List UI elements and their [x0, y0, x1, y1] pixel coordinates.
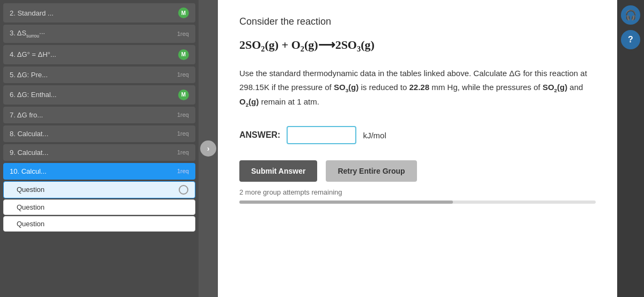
sidebar-sub-question-3-label: Question: [17, 220, 45, 228]
progress-bar: [239, 201, 453, 204]
sidebar-item-6-badge: M: [178, 90, 189, 100]
sidebar-item-7[interactable]: 7. ΔG fro... 1req: [3, 107, 195, 123]
headset-icon: 🎧: [625, 9, 636, 21]
button-row: Submit Answer Retry Entire Group: [239, 160, 596, 182]
sidebar-item-7-label: 7. ΔG fro...: [10, 111, 173, 119]
sidebar: 2. Standard ... M 3. ΔSsurrou··· 1req 4.…: [0, 0, 199, 297]
sidebar-item-9-badge: 1req: [177, 149, 189, 155]
sidebar-item-8-badge: 1req: [177, 130, 189, 137]
sidebar-item-8[interactable]: 8. Calculat... 1req: [3, 125, 195, 142]
next-arrow-button[interactable]: ›: [200, 140, 216, 157]
sidebar-item-3[interactable]: 3. ΔSsurrou··· 1req: [3, 25, 195, 43]
sidebar-item-9-label: 9. Calculat...: [10, 148, 173, 157]
sidebar-item-4[interactable]: 4. ΔG° = ΔH°... M: [3, 45, 195, 64]
sidebar-item-3-label: 3. ΔSsurrou···: [10, 29, 173, 39]
sidebar-item-10-badge: 1req: [177, 168, 189, 174]
sidebar-item-2[interactable]: 2. Standard ... M: [3, 3, 195, 23]
sidebar-item-8-label: 8. Calculat...: [10, 130, 173, 138]
attempts-text: 2 more group attempts remaining: [239, 188, 596, 196]
progress-bar-container: [239, 201, 596, 204]
main-content: Consider the reaction 2SO2(g) + O2(g)⟶2S…: [218, 0, 617, 297]
answer-unit: kJ/mol: [363, 131, 386, 140]
help-button[interactable]: ?: [621, 30, 640, 49]
sidebar-item-2-badge: M: [178, 8, 189, 18]
sidebar-item-9[interactable]: 9. Calculat... 1req: [3, 144, 195, 161]
sidebar-sub-question-1-label: Question: [17, 185, 45, 194]
headset-button[interactable]: 🎧: [621, 5, 640, 25]
answer-input[interactable]: [287, 126, 356, 144]
sidebar-item-2-label: 2. Standard ...: [10, 9, 174, 17]
submit-answer-button[interactable]: Submit Answer: [239, 160, 317, 182]
sidebar-item-5-label: 5. ΔG: Pre...: [10, 71, 173, 79]
sidebar-item-5[interactable]: 5. ΔG: Pre... 1req: [3, 66, 195, 83]
sidebar-sub-question-1[interactable]: Question: [3, 181, 195, 198]
sidebar-item-4-badge: M: [178, 49, 189, 60]
sidebar-sub-question-2-label: Question: [17, 203, 45, 211]
right-panel: 🎧 ?: [617, 0, 644, 297]
answer-row: ANSWER: kJ/mol: [239, 126, 596, 144]
question-1-status-icon: [179, 185, 188, 195]
sidebar-item-10[interactable]: 10. Calcul... 1req: [3, 163, 195, 180]
question-title: Consider the reaction: [239, 16, 596, 27]
sidebar-item-3-badge: 1req: [177, 31, 189, 37]
sidebar-item-7-badge: 1req: [177, 112, 189, 118]
nav-arrow-container: ›: [199, 0, 218, 297]
sidebar-sub-question-2[interactable]: Question: [3, 199, 195, 215]
sidebar-item-5-badge: 1req: [177, 71, 189, 78]
chevron-right-icon: ›: [207, 144, 210, 153]
question-mark-icon: ?: [628, 35, 633, 44]
sidebar-item-6[interactable]: 6. ΔG: Enthal... M: [3, 85, 195, 105]
question-text: Use the standard thermodynamic data in t…: [239, 66, 596, 110]
sidebar-item-4-label: 4. ΔG° = ΔH°...: [10, 50, 174, 58]
sidebar-item-10-label: 10. Calcul...: [10, 167, 173, 175]
reaction-equation: 2SO2(g) + O2(g)⟶2SO3(g): [239, 38, 596, 54]
sidebar-sub-question-3[interactable]: Question: [3, 216, 195, 232]
sidebar-item-6-label: 6. ΔG: Enthal...: [10, 91, 174, 99]
retry-entire-group-button[interactable]: Retry Entire Group: [326, 160, 416, 182]
answer-label: ANSWER:: [239, 130, 280, 140]
